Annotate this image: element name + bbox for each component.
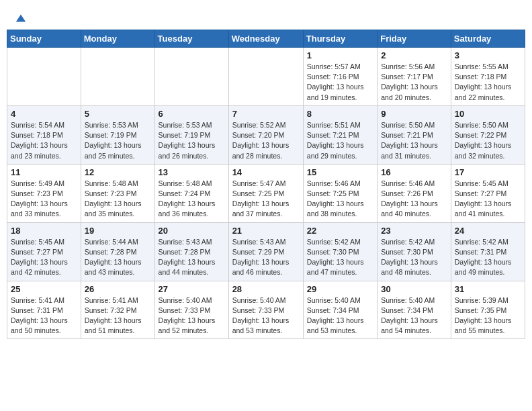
calendar-cell: 5Sunrise: 5:53 AM Sunset: 7:19 PM Daylig… — [81, 105, 154, 164]
day-number: 20 — [159, 226, 225, 236]
calendar-cell: 18Sunrise: 5:45 AM Sunset: 7:27 PM Dayli… — [7, 222, 81, 281]
calendar-cell: 1Sunrise: 5:57 AM Sunset: 7:16 PM Daylig… — [303, 48, 377, 106]
day-number: 17 — [455, 167, 521, 177]
day-info: Sunrise: 5:42 AM Sunset: 7:30 PM Dayligh… — [381, 237, 447, 278]
day-number: 23 — [381, 226, 447, 236]
day-number: 14 — [232, 167, 300, 177]
calendar-table: SundayMondayTuesdayWednesdayThursdayFrid… — [7, 30, 525, 339]
day-number: 7 — [232, 109, 300, 119]
calendar-week-row: 18Sunrise: 5:45 AM Sunset: 7:27 PM Dayli… — [7, 222, 525, 281]
calendar-cell: 31Sunrise: 5:39 AM Sunset: 7:35 PM Dayli… — [451, 281, 525, 339]
day-info: Sunrise: 5:43 AM Sunset: 7:28 PM Dayligh… — [159, 237, 225, 278]
column-header-friday: Friday — [378, 30, 451, 48]
calendar-cell: 20Sunrise: 5:43 AM Sunset: 7:28 PM Dayli… — [154, 222, 228, 281]
day-info: Sunrise: 5:53 AM Sunset: 7:19 PM Dayligh… — [85, 120, 151, 161]
day-info: Sunrise: 5:52 AM Sunset: 7:20 PM Dayligh… — [232, 120, 300, 161]
calendar-cell: 17Sunrise: 5:45 AM Sunset: 7:27 PM Dayli… — [451, 164, 525, 222]
day-number: 19 — [85, 226, 151, 236]
calendar-cell: 12Sunrise: 5:48 AM Sunset: 7:23 PM Dayli… — [81, 164, 154, 222]
day-info: Sunrise: 5:53 AM Sunset: 7:19 PM Dayligh… — [159, 120, 225, 161]
calendar-cell: 27Sunrise: 5:40 AM Sunset: 7:33 PM Dayli… — [154, 281, 228, 339]
day-info: Sunrise: 5:56 AM Sunset: 7:17 PM Dayligh… — [381, 62, 447, 103]
calendar-cell: 15Sunrise: 5:46 AM Sunset: 7:25 PM Dayli… — [303, 164, 377, 222]
day-info: Sunrise: 5:54 AM Sunset: 7:18 PM Dayligh… — [11, 120, 77, 161]
calendar-cell: 9Sunrise: 5:50 AM Sunset: 7:21 PM Daylig… — [378, 105, 451, 164]
calendar-cell: 13Sunrise: 5:48 AM Sunset: 7:24 PM Dayli… — [154, 164, 228, 222]
day-info: Sunrise: 5:40 AM Sunset: 7:33 PM Dayligh… — [159, 295, 225, 336]
day-number: 29 — [307, 284, 373, 294]
calendar-cell: 25Sunrise: 5:41 AM Sunset: 7:31 PM Dayli… — [7, 281, 81, 339]
day-info: Sunrise: 5:41 AM Sunset: 7:32 PM Dayligh… — [85, 295, 151, 336]
calendar-cell: 10Sunrise: 5:50 AM Sunset: 7:22 PM Dayli… — [451, 105, 525, 164]
logo — [13, 12, 27, 24]
day-number: 8 — [307, 109, 373, 119]
calendar-cell: 8Sunrise: 5:51 AM Sunset: 7:21 PM Daylig… — [303, 105, 377, 164]
calendar-week-row: 11Sunrise: 5:49 AM Sunset: 7:23 PM Dayli… — [7, 164, 525, 222]
day-info: Sunrise: 5:48 AM Sunset: 7:23 PM Dayligh… — [85, 179, 151, 220]
calendar-header-row: SundayMondayTuesdayWednesdayThursdayFrid… — [7, 30, 525, 48]
calendar-cell — [228, 48, 303, 106]
day-info: Sunrise: 5:51 AM Sunset: 7:21 PM Dayligh… — [307, 120, 373, 161]
calendar-cell — [7, 48, 81, 106]
day-number: 24 — [455, 226, 521, 236]
column-header-wednesday: Wednesday — [228, 30, 303, 48]
calendar-cell: 16Sunrise: 5:46 AM Sunset: 7:26 PM Dayli… — [378, 164, 451, 222]
day-number: 3 — [455, 50, 521, 60]
day-info: Sunrise: 5:40 AM Sunset: 7:34 PM Dayligh… — [381, 295, 447, 336]
day-number: 4 — [11, 109, 77, 119]
calendar-cell: 4Sunrise: 5:54 AM Sunset: 7:18 PM Daylig… — [7, 105, 81, 164]
calendar-cell — [154, 48, 228, 106]
calendar-cell: 19Sunrise: 5:44 AM Sunset: 7:28 PM Dayli… — [81, 222, 154, 281]
day-info: Sunrise: 5:48 AM Sunset: 7:24 PM Dayligh… — [159, 179, 225, 220]
day-info: Sunrise: 5:50 AM Sunset: 7:22 PM Dayligh… — [455, 120, 521, 161]
day-number: 25 — [11, 284, 77, 294]
day-number: 16 — [381, 167, 447, 177]
day-info: Sunrise: 5:47 AM Sunset: 7:25 PM Dayligh… — [232, 179, 300, 220]
day-info: Sunrise: 5:45 AM Sunset: 7:27 PM Dayligh… — [11, 237, 77, 278]
day-info: Sunrise: 5:42 AM Sunset: 7:30 PM Dayligh… — [307, 237, 373, 278]
svg-marker-0 — [16, 15, 26, 22]
calendar-cell: 29Sunrise: 5:40 AM Sunset: 7:34 PM Dayli… — [303, 281, 377, 339]
day-number: 6 — [159, 109, 225, 119]
day-info: Sunrise: 5:49 AM Sunset: 7:23 PM Dayligh… — [11, 179, 77, 220]
column-header-saturday: Saturday — [451, 30, 525, 48]
calendar-cell: 22Sunrise: 5:42 AM Sunset: 7:30 PM Dayli… — [303, 222, 377, 281]
day-number: 18 — [11, 226, 77, 236]
column-header-tuesday: Tuesday — [154, 30, 228, 48]
calendar-cell: 24Sunrise: 5:42 AM Sunset: 7:31 PM Dayli… — [451, 222, 525, 281]
calendar-cell: 3Sunrise: 5:55 AM Sunset: 7:18 PM Daylig… — [451, 48, 525, 106]
day-number: 12 — [85, 167, 151, 177]
day-number: 5 — [85, 109, 151, 119]
day-number: 11 — [11, 167, 77, 177]
day-number: 31 — [455, 284, 521, 294]
day-number: 21 — [232, 226, 300, 236]
column-header-sunday: Sunday — [7, 30, 81, 48]
day-number: 30 — [381, 284, 447, 294]
day-info: Sunrise: 5:44 AM Sunset: 7:28 PM Dayligh… — [85, 237, 151, 278]
calendar-cell: 11Sunrise: 5:49 AM Sunset: 7:23 PM Dayli… — [7, 164, 81, 222]
day-info: Sunrise: 5:46 AM Sunset: 7:26 PM Dayligh… — [381, 179, 447, 220]
day-number: 15 — [307, 167, 373, 177]
day-number: 28 — [232, 284, 300, 294]
day-info: Sunrise: 5:50 AM Sunset: 7:21 PM Dayligh… — [381, 120, 447, 161]
calendar-cell: 7Sunrise: 5:52 AM Sunset: 7:20 PM Daylig… — [228, 105, 303, 164]
day-number: 10 — [455, 109, 521, 119]
day-number: 26 — [85, 284, 151, 294]
calendar-cell: 2Sunrise: 5:56 AM Sunset: 7:17 PM Daylig… — [378, 48, 451, 106]
day-info: Sunrise: 5:45 AM Sunset: 7:27 PM Dayligh… — [455, 179, 521, 220]
calendar-cell: 28Sunrise: 5:40 AM Sunset: 7:33 PM Dayli… — [228, 281, 303, 339]
page-header — [7, 7, 525, 27]
calendar-cell: 23Sunrise: 5:42 AM Sunset: 7:30 PM Dayli… — [378, 222, 451, 281]
day-info: Sunrise: 5:41 AM Sunset: 7:31 PM Dayligh… — [11, 295, 77, 336]
calendar-cell — [81, 48, 154, 106]
day-info: Sunrise: 5:57 AM Sunset: 7:16 PM Dayligh… — [307, 62, 373, 103]
column-header-monday: Monday — [81, 30, 154, 48]
day-info: Sunrise: 5:43 AM Sunset: 7:29 PM Dayligh… — [232, 237, 300, 278]
calendar-cell: 30Sunrise: 5:40 AM Sunset: 7:34 PM Dayli… — [378, 281, 451, 339]
day-number: 27 — [159, 284, 225, 294]
calendar-cell: 26Sunrise: 5:41 AM Sunset: 7:32 PM Dayli… — [81, 281, 154, 339]
calendar-cell: 6Sunrise: 5:53 AM Sunset: 7:19 PM Daylig… — [154, 105, 228, 164]
day-info: Sunrise: 5:39 AM Sunset: 7:35 PM Dayligh… — [455, 295, 521, 336]
day-number: 2 — [381, 50, 447, 60]
calendar-cell: 21Sunrise: 5:43 AM Sunset: 7:29 PM Dayli… — [228, 222, 303, 281]
